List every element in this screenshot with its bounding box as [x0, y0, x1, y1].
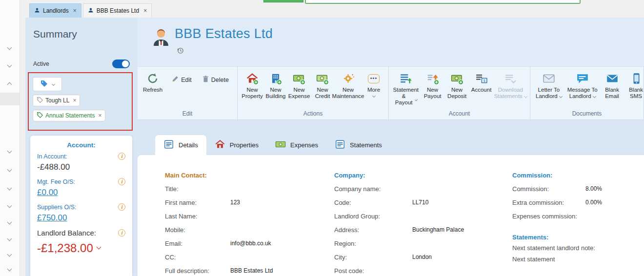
chevron-down-icon[interactable]	[7, 267, 12, 272]
chevron-down-icon[interactable]	[7, 63, 12, 68]
close-icon[interactable]: ×	[73, 97, 76, 104]
letter-to-landlord-button[interactable]: Letter To Landlord	[534, 71, 564, 100]
blank-sms-button[interactable]: Blank SMS	[625, 71, 644, 100]
landlord-avatar	[151, 27, 171, 47]
landlord-balance-value[interactable]: -£1,238.00	[37, 241, 125, 255]
tab-properties[interactable]: Properties	[206, 135, 267, 155]
info-icon[interactable]	[118, 153, 125, 160]
company-heading: Company:	[334, 172, 464, 179]
tab-label: Properties	[230, 141, 259, 149]
tab-bbb-estates[interactable]: BBB Estates Ltd ×	[83, 3, 152, 18]
tab-expenses[interactable]: Expenses	[267, 135, 326, 155]
tab-statements[interactable]: Statements	[326, 135, 390, 155]
refresh-button[interactable]: Refresh	[141, 71, 164, 94]
chevron-down-icon	[372, 94, 375, 98]
money-icon	[275, 139, 286, 151]
edit-button[interactable]: Edit	[172, 76, 192, 84]
refresh-icon	[146, 72, 159, 85]
ribbon-group-actions: New Property New Building New Expense	[238, 67, 389, 119]
in-account-row: In Account:	[37, 153, 125, 160]
tag-outline-icon	[37, 112, 43, 119]
commission-column: Commission: Commission:8.00% Extra commi…	[512, 172, 624, 263]
chevron-down-icon[interactable]	[7, 237, 12, 241]
active-toggle[interactable]	[112, 59, 130, 68]
top-cropped-search-box[interactable]	[305, 0, 581, 4]
chip-label: Annual Statements	[45, 112, 95, 119]
top-cropped-green-button[interactable]	[263, 0, 303, 2]
tag-chip-tough-ll[interactable]: Tough LL ×	[33, 95, 80, 106]
new-credit-button[interactable]: New Credit	[312, 71, 333, 100]
tag-outline-icon	[37, 97, 43, 104]
mgt-fee-row: Mgt. Fee O/S:	[37, 178, 125, 185]
chevron-down-icon	[524, 95, 527, 98]
close-icon[interactable]: ×	[143, 7, 147, 14]
ribbon-toolbar: Refresh Edit Delete Edit	[138, 66, 644, 120]
suppliers-value-link[interactable]: £750.00	[37, 213, 125, 223]
chevron-down-icon	[96, 245, 101, 250]
summary-title: Summary	[33, 28, 77, 40]
more-dots-icon: •••	[368, 72, 380, 85]
download-icon	[504, 72, 517, 85]
app-window: Landlords × BBB Estates Ltd × Summary Ac…	[0, 0, 644, 276]
download-statements-button[interactable]: Download Statements	[495, 71, 526, 100]
button-label: Refresh	[143, 87, 162, 93]
statement-payout-icon	[400, 72, 412, 85]
new-maintenance-button[interactable]: New Maintenance	[335, 71, 361, 100]
money-plus-icon	[451, 72, 463, 85]
tag-chip-annual-statements[interactable]: Annual Statements ×	[33, 110, 105, 121]
ribbon-group-edit: Refresh Edit Delete Edit	[138, 67, 238, 119]
account-button[interactable]: $ Account	[471, 71, 492, 94]
chevron-down-icon[interactable]	[7, 149, 12, 154]
close-icon[interactable]: ×	[73, 7, 77, 14]
active-row: Active	[33, 59, 130, 68]
maintenance-gear-icon	[342, 72, 355, 85]
chevron-down-icon[interactable]	[7, 252, 12, 257]
next-statement-note-label: Next statement landlord note:	[512, 244, 598, 253]
history-icon[interactable]	[177, 47, 184, 54]
new-expense-button[interactable]: New Expense	[288, 71, 310, 100]
in-account-label: In Account:	[37, 153, 67, 160]
close-icon[interactable]: ×	[98, 112, 101, 119]
new-building-button[interactable]: New Building	[265, 71, 286, 100]
chevron-down-icon[interactable]	[7, 167, 12, 172]
account-summary-card: Account: In Account: -£488.00 Mgt. Fee O…	[30, 136, 132, 276]
chevron-down-icon[interactable]	[7, 203, 12, 208]
summary-panel: Summary Active Tough LL × Annual Stateme…	[25, 18, 138, 276]
account-ledger-icon: $	[475, 72, 488, 85]
tab-label: Statements	[350, 141, 382, 149]
message-to-landlord-button[interactable]: Message To Landlord	[566, 71, 599, 100]
more-button[interactable]: ••• More	[363, 71, 384, 98]
statement-payout-button[interactable]: Statement & Payout	[393, 71, 419, 107]
new-payout-button[interactable]: New Payout	[422, 71, 443, 100]
toggle-knob	[122, 60, 129, 67]
mgt-fee-value-link[interactable]: £0.00	[37, 188, 125, 197]
new-property-button[interactable]: New Property	[242, 71, 263, 100]
blank-email-button[interactable]: Blank Email	[602, 71, 623, 100]
next-statement-truncated-label: Next statement	[512, 256, 624, 263]
info-icon[interactable]	[118, 178, 125, 185]
account-heading: Account:	[37, 141, 125, 149]
info-icon[interactable]	[118, 203, 125, 211]
chevron-up-icon[interactable]	[7, 82, 12, 87]
document-lines-icon	[163, 139, 174, 151]
chevron-down-icon[interactable]	[7, 45, 12, 50]
chevron-down-icon[interactable]	[7, 186, 12, 191]
detail-tab-strip: Details Properties Expenses Statements	[155, 135, 390, 155]
house-icon	[215, 139, 225, 151]
tab-details[interactable]: Details	[155, 135, 206, 155]
tab-landlords[interactable]: Landlords ×	[29, 3, 81, 18]
nav-strip-selected-row[interactable]	[0, 93, 20, 105]
new-deposit-button[interactable]: New Deposit	[446, 71, 468, 100]
main-contact-column: Main Contact: Title: First name:123 Last…	[165, 172, 273, 276]
payout-arrow-icon	[426, 72, 439, 85]
delete-button[interactable]: Delete	[202, 76, 229, 84]
main-contact-heading: Main Contact:	[165, 172, 273, 179]
group-label-account: Account	[389, 110, 530, 119]
ribbon-group-documents: Letter To Landlord Message To Landlord B…	[530, 67, 644, 119]
chevron-down-icon[interactable]	[7, 220, 12, 225]
info-icon[interactable]	[118, 229, 125, 237]
tab-label: BBB Estates Ltd	[97, 7, 139, 14]
money-plus-icon	[293, 72, 305, 85]
pencil-icon	[172, 76, 179, 84]
tag-dropdown-button[interactable]	[33, 77, 62, 91]
